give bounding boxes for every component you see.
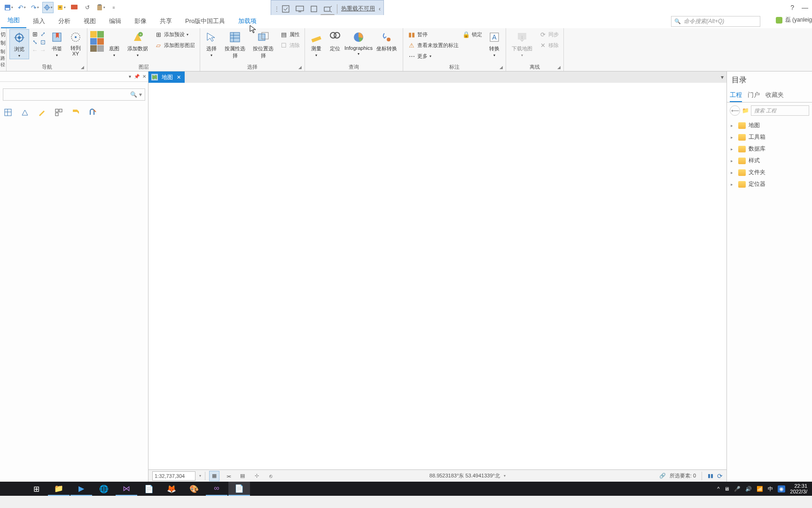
- user-badge[interactable]: 磊 (yanleig: [776, 16, 812, 24]
- debug-icon-4[interactable]: [323, 4, 333, 14]
- vs2-button[interactable]: ∞: [206, 482, 227, 496]
- redo-button[interactable]: ↷: [29, 2, 40, 13]
- tree-styles[interactable]: 样式: [730, 155, 809, 167]
- select-button[interactable]: 选择▾: [203, 29, 220, 58]
- tab-imagery[interactable]: 影像: [128, 14, 153, 28]
- tree-locators[interactable]: 定位器: [730, 178, 809, 190]
- add-graphic-layer-button[interactable]: ▱添加图形图层: [153, 40, 197, 50]
- prev-extent-icon[interactable]: ⊡: [39, 38, 47, 46]
- pause-labels-button[interactable]: ▮▮暂停: [406, 29, 461, 40]
- explorer-button[interactable]: 📁: [48, 482, 70, 496]
- catalog-search[interactable]: 搜索 工程: [751, 105, 809, 116]
- map-canvas[interactable]: [148, 83, 726, 469]
- panel-pin-icon[interactable]: 📌: [134, 74, 140, 79]
- catalog-back-button[interactable]: ⟵: [730, 105, 740, 116]
- paste-button[interactable]: [95, 2, 106, 13]
- select-by-loc-button[interactable]: 按位置选择: [250, 29, 276, 60]
- nav-launcher[interactable]: ◢: [81, 65, 86, 70]
- add-data-button-large[interactable]: + 添加数据▾: [125, 29, 151, 58]
- tree-folders[interactable]: 文件夹: [730, 167, 809, 178]
- list-by-label-icon[interactable]: [70, 107, 81, 118]
- bookmarks-button[interactable]: 书签▾: [48, 29, 65, 58]
- full-extent-icon[interactable]: ⊞: [31, 30, 39, 38]
- measure-button[interactable]: 测量▾: [308, 29, 325, 58]
- back-icon[interactable]: ←: [31, 46, 39, 54]
- add-preset-button[interactable]: ⊞添加预设 ▾: [153, 29, 197, 40]
- label-launcher[interactable]: ◢: [500, 65, 504, 70]
- tab-edit[interactable]: 编辑: [102, 14, 128, 28]
- list-by-drawing-icon[interactable]: [3, 107, 13, 118]
- tree-maps[interactable]: 地图: [730, 119, 809, 131]
- vs-button[interactable]: ⋈: [116, 482, 137, 496]
- tab-cn-tools[interactable]: Pro版中国工具: [179, 14, 232, 28]
- minimize-button[interactable]: —: [802, 4, 808, 11]
- command-search[interactable]: 命令搜索(Alt+Q): [671, 16, 760, 27]
- download-map-button[interactable]: 下载地图▾: [509, 29, 535, 58]
- lock-labels-button[interactable]: 🔒锁定: [461, 29, 484, 40]
- contents-search[interactable]: 🔍 ▾: [3, 88, 145, 101]
- catalog-home-icon[interactable]: 📁: [742, 107, 749, 114]
- fixed-zoom-in-icon[interactable]: ⤢: [39, 30, 47, 38]
- catalog-tab-project[interactable]: 工程: [730, 89, 742, 102]
- infographics-button[interactable]: Infographics▾: [345, 29, 372, 57]
- clear-selection-button[interactable]: ☐清除: [278, 40, 302, 50]
- remove-button[interactable]: ✕移除: [537, 40, 561, 50]
- map-tab[interactable]: 地图 ✕: [148, 71, 185, 83]
- debug-icon-1[interactable]: [281, 4, 291, 14]
- debug-icon-3[interactable]: [309, 4, 319, 14]
- save-button[interactable]: [3, 2, 14, 13]
- convert-labels-button[interactable]: A 转换▾: [486, 29, 503, 58]
- tab-map[interactable]: 地图: [1, 13, 26, 28]
- tab-insert[interactable]: 插入: [26, 14, 52, 28]
- debug-collapse[interactable]: ‹: [379, 6, 381, 12]
- scale-input[interactable]: 1:32,737,304: [152, 471, 195, 481]
- tray-chevron-icon[interactable]: ^: [717, 486, 719, 492]
- pause-drawing-icon[interactable]: ▮▮: [708, 473, 713, 479]
- globe-button[interactable]: 🌐: [93, 482, 115, 496]
- undo-button[interactable]: ↶: [16, 2, 27, 13]
- tab-addins[interactable]: 加载项: [232, 14, 263, 28]
- list-by-snap-icon[interactable]: [87, 107, 98, 118]
- panel-menu-icon[interactable]: ▾: [129, 74, 131, 79]
- app1-button[interactable]: 📄: [138, 482, 160, 496]
- attributes-button[interactable]: ▤属性: [278, 29, 302, 40]
- select-by-attr-button[interactable]: 按属性选择: [222, 29, 248, 60]
- tabs-menu-icon[interactable]: ▾: [721, 74, 724, 80]
- debug-icon-2[interactable]: [295, 4, 305, 14]
- sync-button[interactable]: ⟳同步: [537, 29, 561, 40]
- forward-icon[interactable]: →: [39, 46, 47, 54]
- task-view-button[interactable]: ⊞: [25, 482, 47, 496]
- tray-clock[interactable]: 22:312022/3/: [790, 483, 807, 494]
- tray-wifi-icon[interactable]: 📶: [757, 486, 763, 492]
- snap-toggle[interactable]: ▦: [209, 471, 219, 481]
- constraint-toggle[interactable]: ⊹: [251, 471, 262, 481]
- tray-volume-icon[interactable]: 🔊: [745, 486, 752, 492]
- tab-view[interactable]: 视图: [77, 14, 102, 28]
- catalog-tab-portal[interactable]: 门户: [748, 89, 760, 102]
- dynamic-toggle[interactable]: ▤: [237, 471, 248, 481]
- catalog-tab-fav[interactable]: 收藏夹: [765, 89, 784, 102]
- source-icon[interactable]: 🔗: [659, 473, 666, 479]
- tab-analysis[interactable]: 分析: [52, 14, 77, 28]
- list-by-select-icon[interactable]: [54, 107, 64, 118]
- more-labels-button[interactable]: ⋯更多 ▾: [406, 51, 461, 61]
- basemap-button[interactable]: 底图▾: [106, 29, 123, 58]
- refresh-icon[interactable]: ⟳: [717, 472, 723, 480]
- coord-convert-button[interactable]: 坐标转换: [374, 29, 400, 53]
- explore-button[interactable]: 浏览▾: [9, 29, 29, 59]
- offline-launcher[interactable]: ◢: [557, 65, 562, 70]
- fixed-zoom-out-icon[interactable]: ⤡: [31, 38, 39, 46]
- presentation-button[interactable]: [69, 2, 80, 13]
- media-button[interactable]: ▶: [70, 482, 92, 496]
- panel-close-icon[interactable]: ✕: [142, 74, 146, 79]
- close-tab-icon[interactable]: ✕: [177, 74, 181, 80]
- help-button[interactable]: ?: [790, 4, 794, 11]
- list-by-source-icon[interactable]: [20, 107, 30, 118]
- locate-button[interactable]: 定位: [327, 29, 344, 53]
- explore-tool-button[interactable]: [42, 2, 54, 13]
- hot-reload-link[interactable]: 热重载不可用: [341, 5, 375, 13]
- start-button[interactable]: [3, 482, 24, 496]
- tray-app-icon[interactable]: ◉: [778, 485, 785, 492]
- tab-share[interactable]: 共享: [153, 14, 179, 28]
- notepad-button[interactable]: 📄: [228, 482, 250, 496]
